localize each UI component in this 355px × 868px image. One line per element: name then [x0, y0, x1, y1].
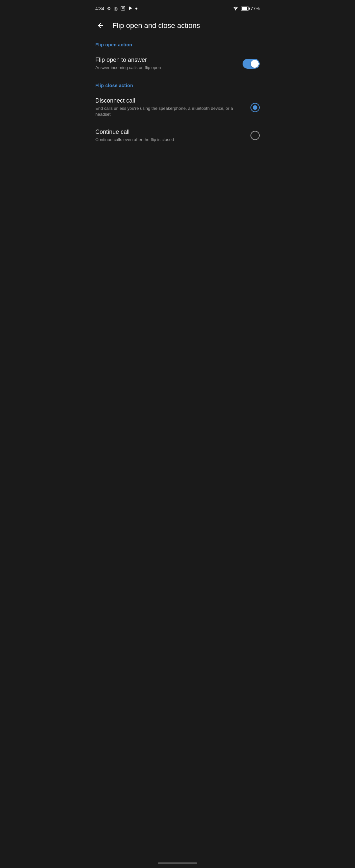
- continue-call-subtitle: Continue calls even after the flip is cl…: [95, 137, 245, 143]
- flip-open-section-header: Flip open action: [89, 35, 266, 51]
- status-right: 77%: [232, 6, 260, 11]
- continue-call-item[interactable]: Continue call Continue calls even after …: [89, 123, 266, 148]
- gear-icon: ⚙: [107, 6, 111, 11]
- disconnect-call-title: Disconnect call: [95, 97, 245, 104]
- flip-open-to-answer-title: Flip open to answer: [95, 57, 237, 63]
- nfc-icon: [120, 6, 126, 12]
- flip-close-section-header: Flip close action: [89, 76, 266, 92]
- flip-open-to-answer-subtitle: Answer incoming calls on flip open: [95, 65, 237, 71]
- continue-call-content: Continue call Continue calls even after …: [95, 129, 251, 143]
- time-display: 4:34: [95, 6, 104, 11]
- status-bar: 4:34 ⚙ ◎ 77%: [89, 0, 266, 16]
- toolbar: Flip open and close actions: [89, 16, 266, 35]
- disconnect-call-item[interactable]: Disconnect call End calls unless you're …: [89, 92, 266, 123]
- battery-indicator: 77%: [241, 6, 260, 11]
- wifi-icon: [232, 6, 239, 11]
- svg-marker-1: [129, 6, 132, 10]
- location-icon: ◎: [114, 6, 118, 11]
- divider-3: [89, 148, 266, 148]
- continue-call-title: Continue call: [95, 129, 245, 135]
- svg-point-2: [235, 9, 236, 10]
- disconnect-call-subtitle: End calls unless you're using the speake…: [95, 105, 245, 117]
- toggle-thumb: [251, 60, 259, 68]
- disconnect-call-content: Disconnect call End calls unless you're …: [95, 97, 251, 117]
- toggle-track: [243, 59, 260, 69]
- flip-open-toggle[interactable]: [243, 59, 260, 69]
- flip-open-to-answer-item[interactable]: Flip open to answer Answer incoming call…: [89, 51, 266, 76]
- back-button[interactable]: [94, 19, 107, 32]
- play-icon: [128, 6, 133, 11]
- status-left: 4:34 ⚙ ◎: [95, 6, 137, 12]
- continue-call-radio[interactable]: [251, 131, 260, 140]
- page-title: Flip open and close actions: [112, 21, 261, 30]
- flip-open-to-answer-content: Flip open to answer Answer incoming call…: [95, 57, 243, 71]
- disconnect-call-radio[interactable]: [251, 103, 260, 112]
- battery-percent: 77%: [251, 6, 260, 11]
- dot-indicator: [135, 7, 137, 9]
